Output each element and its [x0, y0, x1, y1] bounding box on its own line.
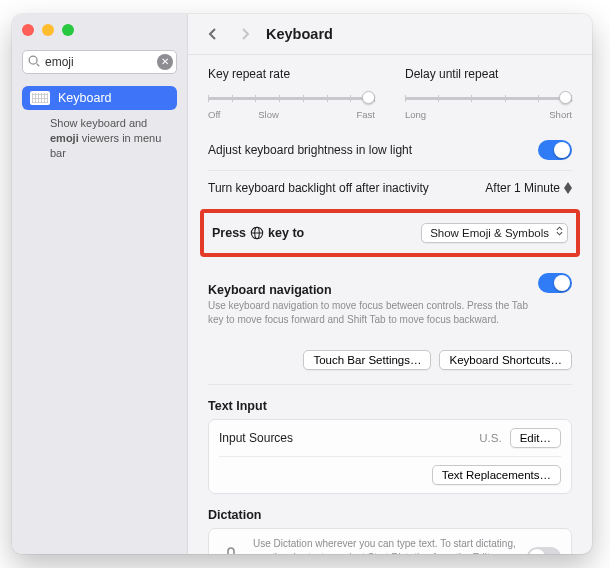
chevron-updown-icon — [556, 226, 563, 236]
content-scroll[interactable]: Key repeat rate Off Slow Fast Delay unti… — [188, 55, 592, 554]
press-globe-row-highlight: Press key to Show Emoji & Symbols — [200, 209, 580, 257]
press-globe-select[interactable]: Show Emoji & Symbols — [421, 223, 568, 243]
slider-slow-label: Slow — [258, 109, 279, 120]
slider-fast-label: Fast — [357, 109, 375, 120]
backlight-value-stepper[interactable]: After 1 Minute — [485, 181, 572, 195]
key-repeat-slider[interactable] — [208, 89, 375, 105]
clear-search-button[interactable]: ✕ — [157, 54, 173, 70]
input-sources-value: U.S. — [479, 432, 501, 444]
search-result-keyboard[interactable]: Keyboard — [22, 86, 177, 110]
backlight-row: Turn keyboard backlight off after inacti… — [208, 170, 572, 205]
stepper-icon — [564, 182, 572, 194]
svg-marker-3 — [564, 188, 572, 194]
dictation-title: Dictation — [208, 508, 572, 522]
input-sources-label: Input Sources — [219, 431, 293, 445]
close-window-button[interactable] — [22, 24, 34, 36]
kbnav-row: Keyboard navigation Use keyboard navigat… — [208, 261, 572, 344]
dictation-card: Use Dictation wherever you can type text… — [208, 528, 572, 554]
page-title: Keyboard — [266, 26, 333, 42]
search-result-label: Keyboard — [58, 91, 112, 105]
slider-long-label: Long — [405, 109, 426, 120]
kbnav-desc: Use keyboard navigation to move focus be… — [208, 297, 528, 334]
back-button[interactable] — [202, 24, 224, 44]
search-subresult[interactable]: Show keyboard and emoji viewers in menu … — [22, 110, 177, 161]
dictation-toggle[interactable] — [527, 547, 561, 554]
main-panel: Keyboard Key repeat rate Off Slow Fast — [188, 14, 592, 554]
slider-short-label: Short — [549, 109, 572, 120]
globe-icon — [250, 226, 264, 240]
slider-off-label: Off — [208, 109, 221, 120]
input-sources-edit-button[interactable]: Edit… — [510, 428, 561, 448]
keyboard-buttons-row: Touch Bar Settings… Keyboard Shortcuts… — [208, 344, 572, 385]
search-icon — [27, 54, 41, 68]
keyboard-icon — [30, 91, 50, 105]
backlight-label: Turn keyboard backlight off after inacti… — [208, 181, 429, 195]
microphone-icon — [219, 545, 243, 554]
input-sources-row: Input Sources U.S. Edit… — [219, 420, 561, 456]
dictation-desc: Use Dictation wherever you can type text… — [253, 537, 517, 554]
brightness-toggle[interactable] — [538, 140, 572, 160]
settings-window: ✕ Keyboard Show keyboard and emoji viewe… — [12, 14, 592, 554]
brightness-row: Adjust keyboard brightness in low light — [208, 124, 572, 170]
keyboard-shortcuts-button[interactable]: Keyboard Shortcuts… — [439, 350, 572, 370]
search-input[interactable] — [22, 50, 177, 74]
svg-line-1 — [37, 64, 40, 67]
kbnav-title: Keyboard navigation — [208, 271, 528, 297]
text-input-card: Input Sources U.S. Edit… Text Replacemen… — [208, 419, 572, 494]
kbnav-toggle[interactable] — [538, 273, 572, 293]
delay-repeat-col: Delay until repeat Long Short — [405, 67, 572, 120]
svg-rect-7 — [228, 548, 234, 554]
touch-bar-settings-button[interactable]: Touch Bar Settings… — [303, 350, 431, 370]
sliders-row: Key repeat rate Off Slow Fast Delay unti… — [208, 67, 572, 120]
zoom-window-button[interactable] — [62, 24, 74, 36]
forward-button[interactable] — [234, 24, 256, 44]
key-repeat-label: Key repeat rate — [208, 67, 375, 81]
dictation-main-row: Use Dictation wherever you can type text… — [219, 529, 561, 554]
minimize-window-button[interactable] — [42, 24, 54, 36]
delay-repeat-slider[interactable] — [405, 89, 572, 105]
text-replacements-button[interactable]: Text Replacements… — [432, 465, 561, 485]
text-input-title: Text Input — [208, 399, 572, 413]
brightness-label: Adjust keyboard brightness in low light — [208, 143, 412, 157]
sidebar: ✕ Keyboard Show keyboard and emoji viewe… — [12, 14, 188, 554]
text-replacements-row: Text Replacements… — [219, 456, 561, 493]
delay-repeat-label: Delay until repeat — [405, 67, 572, 81]
header: Keyboard — [188, 14, 592, 55]
window-controls — [22, 24, 177, 36]
svg-point-0 — [29, 56, 37, 64]
key-repeat-col: Key repeat rate Off Slow Fast — [208, 67, 375, 120]
press-globe-label: Press key to — [212, 226, 304, 240]
search-field-container: ✕ — [22, 50, 177, 74]
